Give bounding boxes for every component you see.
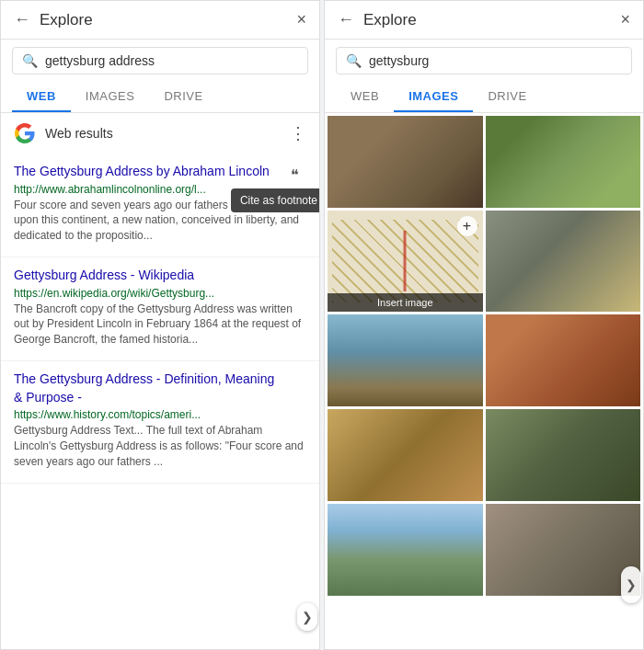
image-4b <box>486 409 641 501</box>
left-back-button[interactable]: ← <box>14 10 30 29</box>
image-cell-2[interactable] <box>486 116 641 208</box>
right-panel-header: ← Explore × <box>325 1 643 40</box>
left-panel-title: Explore <box>40 11 287 29</box>
image-1 <box>328 116 483 208</box>
right-search-query: gettysburg <box>369 53 429 68</box>
result-2-url: https://en.wikipedia.org/wiki/Gettysburg… <box>14 287 306 300</box>
cite-tooltip: Cite as footnote <box>231 188 319 212</box>
image-4a <box>328 409 483 501</box>
image-cell-map[interactable]: + Insert image <box>328 211 483 312</box>
right-back-button[interactable]: ← <box>338 10 354 29</box>
search-result-1: The Gettysburg Address by Abraham Lincol… <box>1 154 319 257</box>
right-panel-title: Explore <box>363 11 611 29</box>
result-3-title[interactable]: The Gettysburg Address - Definition, Mea… <box>14 371 306 406</box>
image-cell-5b[interactable] <box>486 504 641 596</box>
right-tab-drive[interactable]: DRIVE <box>473 82 541 112</box>
search-result-2: Gettysburg Address - Wikipedia https://e… <box>1 257 319 361</box>
right-panel-content: + Insert image <box>325 113 643 649</box>
image-cell-soldier[interactable] <box>328 314 483 406</box>
left-tab-web[interactable]: WEB <box>12 82 71 112</box>
image-cell-cannon[interactable] <box>486 211 641 312</box>
right-panel: ← Explore × 🔍 gettysburg WEB IMAGES DRIV… <box>324 0 644 650</box>
result-2-title[interactable]: Gettysburg Address - Wikipedia <box>14 267 306 285</box>
right-tab-web[interactable]: WEB <box>336 82 394 112</box>
web-results-header: Web results ⋮ <box>1 113 319 154</box>
google-logo <box>14 122 36 144</box>
right-search-icon: 🔍 <box>346 53 362 68</box>
right-tabs: WEB IMAGES DRIVE <box>325 82 643 113</box>
image-5a <box>328 504 483 596</box>
left-search-icon: 🔍 <box>22 53 38 68</box>
image-cell-battle[interactable] <box>486 314 641 406</box>
image-cell-5a[interactable] <box>328 504 483 596</box>
images-grid: + Insert image <box>325 113 643 599</box>
image-battle <box>486 314 641 406</box>
image-2 <box>486 116 641 208</box>
left-tab-images[interactable]: IMAGES <box>71 82 150 112</box>
left-close-button[interactable]: × <box>296 10 306 29</box>
insert-image-overlay[interactable]: Insert image <box>328 293 483 312</box>
right-tab-images[interactable]: IMAGES <box>394 82 473 112</box>
image-soldier <box>328 314 483 406</box>
right-scroll-right[interactable]: ❯ <box>621 566 641 603</box>
left-scroll-right[interactable]: ❯ <box>297 603 317 631</box>
left-tabs: WEB IMAGES DRIVE <box>1 82 319 113</box>
more-options-button[interactable]: ⋮ <box>290 123 306 143</box>
left-tab-drive[interactable]: DRIVE <box>149 82 217 112</box>
result-1-title[interactable]: The Gettysburg Address by Abraham Lincol… <box>14 163 306 181</box>
web-results-label: Web results <box>45 126 281 141</box>
left-panel: ← Explore × 🔍 gettysburg address WEB IMA… <box>0 0 320 650</box>
cite-button-1[interactable]: ❝ <box>282 163 306 187</box>
image-plus-button[interactable]: + <box>457 216 477 236</box>
left-panel-content: Web results ⋮ The Gettysburg Address by … <box>1 113 319 649</box>
left-panel-header: ← Explore × <box>1 1 319 40</box>
search-result-3: The Gettysburg Address - Definition, Mea… <box>1 361 319 484</box>
right-search-bar[interactable]: 🔍 gettysburg <box>336 47 632 74</box>
result-2-snippet: The Bancroft copy of the Gettysburg Addr… <box>14 302 306 348</box>
image-cannon <box>486 211 641 312</box>
left-search-bar[interactable]: 🔍 gettysburg address <box>12 47 308 74</box>
image-cell-1[interactable] <box>328 116 483 208</box>
right-close-button[interactable]: × <box>620 10 630 29</box>
image-cell-4a[interactable] <box>328 409 483 501</box>
left-search-query: gettysburg address <box>45 53 155 68</box>
image-cell-4b[interactable] <box>486 409 641 501</box>
image-5b <box>486 504 641 596</box>
result-3-snippet: Gettysburg Address Text... The full text… <box>14 423 306 469</box>
result-3-url: https://www.history.com/topics/ameri... <box>14 408 306 421</box>
